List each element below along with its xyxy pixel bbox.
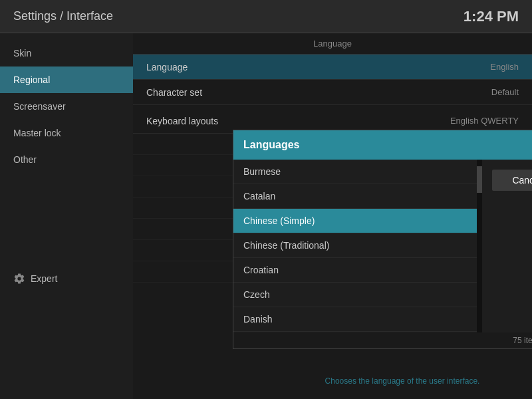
cancel-button[interactable]: Cancel — [492, 170, 532, 191]
language-dialog: Languages BurmeseCatalanChinese (Simple)… — [233, 130, 532, 349]
scrollbar-thumb — [477, 166, 482, 193]
hint-text: Chooses the language of the user interfa… — [273, 376, 532, 386]
lang-item-croatian[interactable]: Croatian — [233, 258, 477, 283]
clock: 1:24 PM — [464, 8, 519, 25]
lang-item-czech[interactable]: Czech — [233, 283, 477, 307]
lang-item-chinese-traditional[interactable]: Chinese (Traditional) — [233, 233, 477, 258]
lang-item-catalan[interactable]: Catalan — [233, 184, 477, 209]
lang-item-chinese-simple[interactable]: Chinese (Simple) — [233, 209, 477, 233]
sidebar: Skin Regional Screensaver Master lock Ot… — [0, 33, 133, 399]
charset-row[interactable]: Character set Default — [133, 80, 532, 105]
dialog-actions: Cancel — [482, 160, 532, 332]
content-area: Language Language English Character set … — [133, 33, 532, 399]
main-layout: Skin Regional Screensaver Master lock Ot… — [0, 33, 532, 399]
page-title: Settings / Interface — [13, 9, 113, 23]
sidebar-item-skin[interactable]: Skin — [0, 40, 133, 66]
language-list[interactable]: BurmeseCatalanChinese (Simple)Chinese (T… — [233, 160, 477, 332]
sidebar-item-masterlock[interactable]: Master lock — [0, 120, 133, 146]
dialog-scrollbar[interactable] — [477, 160, 482, 332]
sidebar-item-other[interactable]: Other — [0, 146, 133, 173]
dialog-footer: 75 items - 2/9 — [233, 332, 532, 348]
lang-item-danish[interactable]: Danish — [233, 307, 477, 332]
expert-section[interactable]: Expert — [0, 266, 133, 291]
sidebar-item-regional[interactable]: Regional — [0, 66, 133, 93]
lang-item-burmese[interactable]: Burmese — [233, 160, 477, 184]
header: Settings / Interface 1:24 PM — [0, 0, 532, 33]
section-header: Language — [133, 33, 532, 55]
language-row[interactable]: Language English — [133, 55, 532, 80]
sidebar-item-screensaver[interactable]: Screensaver — [0, 93, 133, 120]
lang-item-dutch[interactable]: Dutch — [233, 332, 477, 332]
gear-icon — [13, 273, 25, 285]
dialog-title: Languages — [243, 139, 299, 151]
dialog-header: Languages — [233, 130, 532, 160]
expert-label: Expert — [31, 273, 57, 284]
dialog-body: BurmeseCatalanChinese (Simple)Chinese (T… — [233, 160, 532, 332]
